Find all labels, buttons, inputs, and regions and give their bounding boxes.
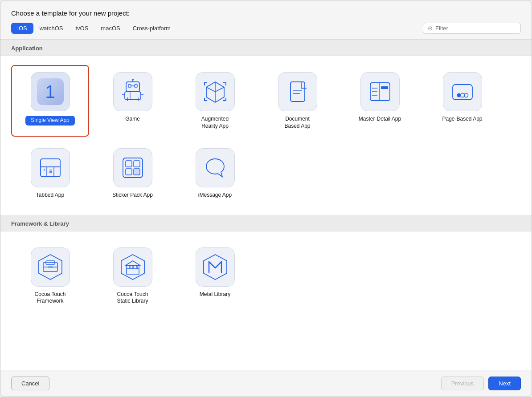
master-detail-app-label: Master-Detail App (359, 116, 401, 123)
template-cocoa-framework[interactable]: Cocoa TouchFramework (11, 240, 89, 312)
tab-macos[interactable]: macOS (94, 23, 126, 34)
imessage-icon (202, 154, 229, 181)
tab-watchos[interactable]: watchOS (33, 23, 70, 34)
single-view-app-icon-wrap: 1 (31, 72, 70, 111)
cocoa-framework-label: Cocoa TouchFramework (35, 291, 66, 305)
svg-rect-1 (128, 85, 131, 87)
template-imessage-app[interactable]: iMessage App (176, 141, 254, 206)
dialog: Choose a template for your new project: … (0, 0, 532, 397)
sticker-icon (119, 154, 146, 181)
single-view-app-icon: 1 (37, 78, 64, 105)
next-button[interactable]: Next (488, 377, 521, 390)
tabbed-icon-wrap (31, 148, 70, 187)
svg-line-15 (215, 87, 224, 92)
template-metal-library[interactable]: Metal Library (176, 240, 254, 312)
template-sticker-pack-app[interactable]: Sticker Pack App (94, 141, 172, 206)
metal-library-label: Metal Library (200, 291, 230, 298)
document-icon (284, 78, 311, 105)
template-document-app[interactable]: DocumentBased App (258, 65, 336, 137)
cocoa-library-icon-wrap (113, 247, 152, 287)
content-area: Application 1 Single View App (0, 39, 532, 370)
sticker-pack-app-label: Sticker Pack App (112, 192, 153, 199)
ar-icon-wrap (196, 72, 235, 111)
svg-rect-51 (134, 265, 136, 269)
filter-input[interactable] (435, 25, 516, 32)
template-cocoa-library[interactable]: Cocoa TouchStatic Library (94, 240, 172, 312)
dialog-header: Choose a template for your new project: (0, 0, 532, 23)
tabbed-app-label: Tabbed App (36, 192, 64, 199)
tab-bar: iOS watchOS tvOS macOS Cross-platform ⊜ (0, 23, 532, 39)
svg-line-14 (206, 87, 215, 92)
svg-rect-49 (127, 265, 129, 269)
template-master-detail-app[interactable]: Master-Detail App (341, 65, 419, 137)
template-game[interactable]: Game (94, 65, 172, 137)
cocoa-library-label: Cocoa TouchStatic Library (117, 291, 148, 305)
svg-rect-2 (135, 85, 137, 87)
filter-icon: ⊜ (428, 25, 433, 32)
svg-rect-40 (126, 169, 132, 175)
tabbed-icon (37, 154, 64, 181)
svg-marker-54 (126, 261, 140, 265)
svg-point-8 (132, 79, 134, 81)
template-ar-app[interactable]: AugmentedReality App (176, 65, 254, 137)
imessage-app-label: iMessage App (198, 192, 232, 199)
single-view-app-label: Single View App (25, 116, 75, 126)
page-based-app-label: Page-Based App (442, 116, 482, 123)
application-grid: 1 Single View App (0, 56, 532, 215)
ar-icon (202, 78, 229, 105)
svg-rect-48 (127, 269, 139, 274)
svg-rect-17 (291, 82, 305, 101)
svg-marker-55 (204, 255, 227, 280)
game-icon (119, 78, 146, 105)
section-framework-header: Framework & Library (0, 215, 532, 231)
section-framework-title: Framework & Library (11, 220, 69, 227)
metal-icon (200, 252, 230, 282)
section-application-header: Application (0, 40, 532, 56)
svg-rect-38 (126, 161, 132, 167)
metal-icon-wrap (196, 247, 235, 287)
template-single-view-app[interactable]: 1 Single View App (11, 65, 89, 137)
filter-box: ⊜ (423, 23, 521, 34)
page-based-icon-wrap (443, 72, 482, 111)
ar-app-label: AugmentedReality App (201, 116, 229, 130)
previous-button[interactable]: Previous (441, 377, 484, 390)
tab-crossplatform[interactable]: Cross-platform (127, 23, 177, 34)
svg-rect-41 (134, 169, 140, 175)
cocoa-framework-icon-wrap (31, 247, 70, 287)
svg-rect-52 (137, 265, 139, 269)
svg-rect-39 (134, 161, 140, 167)
section-application-title: Application (11, 45, 43, 52)
sticker-icon-wrap (113, 148, 152, 187)
master-detail-icon-wrap (360, 72, 400, 111)
master-detail-icon (367, 78, 393, 105)
svg-rect-30 (41, 159, 60, 177)
page-based-icon (449, 78, 476, 105)
tab-ios[interactable]: iOS (11, 23, 33, 34)
game-label: Game (125, 116, 140, 123)
footer-right: Previous Next (441, 377, 521, 390)
imessage-icon-wrap (196, 148, 235, 187)
document-app-label: DocumentBased App (284, 116, 310, 130)
game-icon-wrap (113, 72, 152, 111)
cocoa-library-icon (118, 252, 148, 282)
template-page-based-app[interactable]: Page-Based App (423, 65, 501, 137)
footer: Cancel Previous Next (0, 370, 532, 397)
svg-rect-50 (130, 265, 133, 269)
dialog-title: Choose a template for your new project: (11, 9, 130, 17)
framework-grid: Cocoa TouchFramework (0, 231, 532, 321)
document-icon-wrap (278, 72, 317, 111)
cocoa-framework-icon (35, 252, 65, 282)
cancel-button[interactable]: Cancel (11, 377, 49, 390)
template-tabbed-app[interactable]: Tabbed App (11, 141, 89, 206)
svg-rect-25 (381, 86, 388, 89)
tab-tvos[interactable]: tvOS (69, 23, 94, 34)
